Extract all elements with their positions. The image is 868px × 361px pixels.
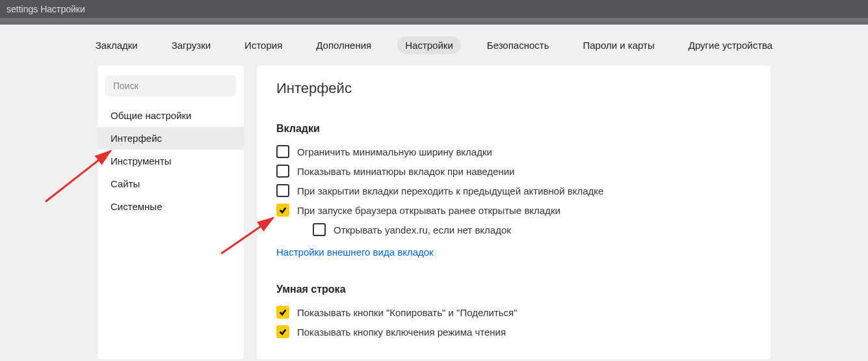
- option-open-yandex: Открывать yandex.ru, если нет вкладок: [313, 223, 751, 236]
- sidebar-item-general[interactable]: Общие настройки: [98, 104, 244, 127]
- option-limit-tab-width: Ограничить минимальную ширину вкладки: [276, 145, 751, 158]
- nav-downloads[interactable]: Загрузки: [164, 36, 218, 54]
- settings-content: Интерфейс Вкладки Ограничить минимальную…: [257, 66, 770, 359]
- option-label[interactable]: При закрытии вкладки переходить к предыд…: [297, 185, 603, 196]
- search-input[interactable]: Поиск: [105, 75, 236, 96]
- sidebar-item-tools[interactable]: Инструменты: [98, 150, 244, 172]
- nav-settings[interactable]: Настройки: [397, 36, 461, 54]
- sidebar-item-sites[interactable]: Сайты: [98, 172, 244, 195]
- option-copy-share: Показывать кнопки "Копировать" и "Подели…: [276, 306, 751, 319]
- nav-devices[interactable]: Другие устройства: [681, 36, 780, 54]
- settings-sidebar: Поиск Общие настройки Интерфейс Инструме…: [98, 66, 244, 359]
- checkbox-limit-tab-width[interactable]: [276, 145, 289, 158]
- nav-bookmarks[interactable]: Закладки: [88, 36, 146, 54]
- option-label[interactable]: Ограничить минимальную ширину вкладки: [297, 146, 492, 157]
- option-reader-mode: Показывать кнопку включения режима чтени…: [276, 325, 751, 338]
- checkbox-tab-thumbnails[interactable]: [276, 165, 289, 178]
- titlebar-divider: [0, 18, 868, 25]
- option-label[interactable]: Показывать кнопку включения режима чтени…: [297, 327, 506, 338]
- top-navigation: Закладки Загрузки История Дополнения Нас…: [0, 25, 868, 66]
- window-title-text: settings Настройки: [7, 4, 85, 14]
- checkbox-open-yandex[interactable]: [313, 223, 326, 236]
- window-titlebar: settings Настройки: [0, 0, 868, 18]
- checkbox-close-previous[interactable]: [276, 184, 289, 197]
- sidebar-item-system[interactable]: Системные: [98, 195, 244, 218]
- section-smartline-title: Умная строка: [276, 284, 751, 295]
- option-close-previous: При закрытии вкладки переходить к предыд…: [276, 184, 751, 197]
- option-restore-tabs: При запуске браузера открывать ранее отк…: [276, 204, 751, 217]
- option-tab-thumbnails: Показывать миниатюры вкладок при наведен…: [276, 165, 751, 178]
- nav-passwords[interactable]: Пароли и карты: [575, 36, 662, 54]
- sidebar-item-interface[interactable]: Интерфейс: [98, 127, 244, 150]
- page-title: Интерфейс: [276, 80, 751, 97]
- nav-history[interactable]: История: [237, 36, 290, 54]
- nav-security[interactable]: Безопасность: [479, 36, 557, 54]
- option-label[interactable]: Открывать yandex.ru, если нет вкладок: [334, 224, 511, 235]
- option-label[interactable]: Показывать миниатюры вкладок при наведен…: [297, 166, 515, 177]
- checkbox-restore-tabs[interactable]: [276, 204, 289, 217]
- option-label[interactable]: Показывать кнопки "Копировать" и "Подели…: [297, 307, 518, 318]
- link-tab-appearance[interactable]: Настройки внешнего вида вкладок: [276, 247, 434, 258]
- nav-addons[interactable]: Дополнения: [308, 36, 379, 54]
- checkbox-reader-mode[interactable]: [276, 325, 289, 338]
- checkbox-copy-share[interactable]: [276, 306, 289, 319]
- option-label[interactable]: При запуске браузера открывать ранее отк…: [297, 205, 560, 216]
- section-tabs-title: Вкладки: [276, 123, 751, 135]
